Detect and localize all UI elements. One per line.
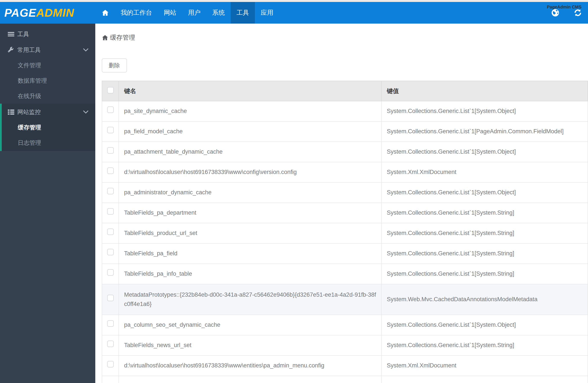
nav-item-6[interactable]: 应用 (255, 2, 279, 24)
row-checkbox[interactable] (107, 320, 114, 327)
row-select-cell (102, 162, 119, 182)
row-select-cell (102, 121, 119, 142)
row-checkbox[interactable] (107, 295, 114, 301)
table-row: TableFields_product_url_setSystem.Collec… (102, 223, 588, 243)
sidebar-subitem-0-0[interactable]: 文件管理 (0, 57, 95, 73)
nav-item-label: 工具 (236, 8, 249, 17)
nav-menu: 我的工作台网站用户系统工具应用 (96, 2, 279, 24)
cache-value-cell: System.Web.Mvc.CachedDataAnnotationsMode… (381, 284, 588, 315)
row-checkbox[interactable] (107, 269, 114, 276)
sidebar-item-label: 常用工具 (17, 46, 41, 54)
row-checkbox[interactable] (107, 147, 114, 154)
nav-item-label: 我的工作台 (121, 8, 152, 17)
row-select-cell (102, 243, 119, 264)
pageadmin-logo[interactable]: PAGEADMIN (4, 2, 74, 24)
sidebar: 工具 常用工具文件管理数据库管理在线升级网站监控缓存管理日志管理 (0, 24, 95, 383)
sidebar-subitem-1-1[interactable]: 日志管理 (2, 135, 95, 150)
chevron-down-icon (83, 110, 88, 114)
cache-value-cell: System.Collections.Generic.List`1[System… (381, 335, 588, 356)
sidebar-section-title: 工具 (0, 26, 95, 42)
row-select-cell (102, 315, 119, 335)
header-row: 键名 键值 (102, 81, 588, 101)
cache-value-cell: System.Collections.Generic.List`1[PageAd… (381, 121, 588, 142)
cache-key-cell (119, 376, 381, 383)
browser-edge-strip (0, 0, 588, 2)
row-checkbox[interactable] (107, 361, 114, 367)
nav-item-2[interactable]: 网站 (158, 2, 182, 24)
table-row (102, 376, 588, 383)
cache-value-cell: System.Collections.Generic.List`1[System… (381, 203, 588, 223)
refresh-icon[interactable] (574, 9, 582, 17)
sidebar-subitem-0-2[interactable]: 在线升级 (0, 88, 95, 104)
nav-item-5[interactable]: 工具 (231, 2, 255, 24)
table-row: pa_attachment_table_dynamic_cacheSystem.… (102, 142, 588, 162)
cache-key-cell: pa_site_dynamic_cache (119, 101, 381, 121)
cache-key-cell: pa_attachment_table_dynamic_cache (119, 142, 381, 162)
cache-key-cell: TableFields_product_url_set (119, 223, 381, 243)
nav-item-4[interactable]: 系统 (206, 2, 231, 24)
row-checkbox[interactable] (107, 249, 114, 255)
row-select-cell (102, 264, 119, 284)
cache-value-cell (381, 376, 588, 383)
cache-key-cell: pa_field_model_cache (119, 121, 381, 142)
row-checkbox[interactable] (107, 208, 114, 215)
table-row: d:\virtualhost\localuser\host6916738339\… (102, 162, 588, 182)
row-select-cell (102, 182, 119, 203)
delete-button[interactable]: 删除 (102, 58, 127, 73)
page-title-overlay: PageAdmin CMS (547, 4, 582, 10)
cache-key-cell: pa_administrator_dynamic_cache (119, 182, 381, 203)
breadcrumb-label: 缓存管理 (110, 33, 135, 42)
nav-item-1[interactable]: 我的工作台 (115, 2, 158, 24)
main-layout: 工具 常用工具文件管理数据库管理在线升级网站监控缓存管理日志管理 缓存管理 删除 (0, 24, 588, 383)
sidebar-subitem-label: 日志管理 (18, 139, 41, 147)
row-checkbox[interactable] (107, 106, 114, 113)
sidebar-item-0-parent[interactable]: 常用工具 (0, 42, 95, 57)
row-select-cell (102, 284, 119, 315)
nav-item-label: 应用 (261, 8, 273, 17)
table-row: TableFields_pa_fieldSystem.Collections.G… (102, 243, 588, 264)
cache-key-cell: d:\virtualhost\localuser\host6916738339\… (119, 356, 381, 376)
sidebar-subitem-label: 文件管理 (18, 61, 41, 69)
nav-item-home[interactable] (96, 2, 115, 24)
cache-key-cell: MetadataPrototypes::{232b84eb-d00c-341a-… (119, 284, 381, 315)
sidebar-section-title-label: 工具 (17, 30, 29, 38)
row-checkbox[interactable] (107, 127, 114, 133)
cache-key-cell: d:\virtualhost\localuser\host6916738339\… (119, 162, 381, 182)
row-checkbox[interactable] (107, 341, 114, 347)
cache-value-cell: System.Collections.Generic.List`1[System… (381, 264, 588, 284)
cache-value-cell: System.Xml.XmlDocument (381, 356, 588, 376)
row-checkbox[interactable] (107, 188, 114, 194)
nav-item-label: 系统 (212, 8, 225, 17)
row-select-cell (102, 376, 119, 383)
table-row: TableFields_pa_departmentSystem.Collecti… (102, 203, 588, 223)
table-row: d:\virtualhost\localuser\host6916738339\… (102, 356, 588, 376)
row-select-cell (102, 335, 119, 356)
select-all-checkbox[interactable] (107, 87, 114, 94)
sidebar-subitem-1-0[interactable]: 缓存管理 (2, 120, 95, 135)
home-icon (102, 9, 109, 17)
row-checkbox[interactable] (107, 168, 114, 174)
table-row: TableFields_pa_info_tableSystem.Collecti… (102, 264, 588, 284)
content-area: 缓存管理 删除 键名 键值 pa_site_dynamic_cacheSyste… (95, 24, 588, 383)
table-row: pa_field_model_cacheSystem.Collections.G… (102, 121, 588, 142)
table-row: pa_column_seo_set_dynamic_cacheSystem.Co… (102, 315, 588, 335)
cache-value-cell: System.Collections.Generic.List`1[System… (381, 243, 588, 264)
sidebar-item-1-parent[interactable]: 网站监控 (2, 104, 95, 120)
globe-icon[interactable] (551, 9, 559, 17)
nav-item-3[interactable]: 用户 (182, 2, 206, 24)
cache-value-cell: System.Collections.Generic.List`1[System… (381, 223, 588, 243)
top-navbar: PAGEADMIN 我的工作台网站用户系统工具应用 PageAdmin CMS (0, 2, 588, 24)
sidebar-group-highlighted: 网站监控缓存管理日志管理 (0, 104, 95, 151)
cache-key-cell: TableFields_pa_field (119, 243, 381, 264)
sidebar-menu: 工具 常用工具文件管理数据库管理在线升级网站监控缓存管理日志管理 (0, 24, 95, 151)
row-select-cell (102, 101, 119, 121)
cache-key-cell: TableFields_pa_info_table (119, 264, 381, 284)
row-select-cell (102, 356, 119, 376)
sidebar-subitem-0-1[interactable]: 数据库管理 (0, 73, 95, 88)
cache-key-cell: TableFields_pa_department (119, 203, 381, 223)
sidebar-subitem-label: 缓存管理 (18, 124, 41, 131)
cache-table-body: pa_site_dynamic_cacheSystem.Collections.… (102, 101, 588, 383)
logo-text-page: PAGE (4, 6, 36, 19)
row-checkbox[interactable] (107, 229, 114, 235)
table-row: TableFields_news_url_setSystem.Collectio… (102, 335, 588, 356)
